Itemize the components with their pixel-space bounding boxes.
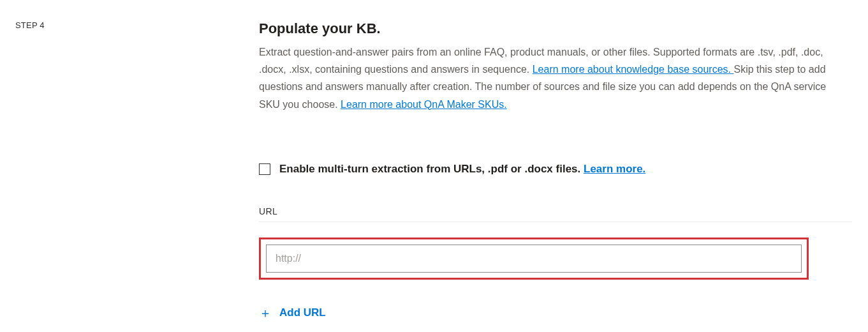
url-input[interactable]: [266, 245, 802, 273]
multiturn-row: Enable multi-turn extraction from URLs, …: [259, 163, 852, 176]
section-description: Extract question-and-answer pairs from a…: [259, 43, 833, 113]
add-url-label: Add URL: [279, 306, 326, 319]
url-divider: [259, 222, 852, 222]
multiturn-label-text: Enable multi-turn extraction from URLs, …: [279, 163, 584, 175]
url-header: URL: [259, 206, 852, 222]
multiturn-checkbox[interactable]: [259, 163, 270, 175]
multiturn-learn-more-link[interactable]: Learn more.: [584, 163, 645, 175]
plus-icon: ＋: [259, 306, 272, 319]
learn-more-kb-sources-link[interactable]: Learn more about knowledge base sources.: [533, 64, 734, 75]
multiturn-label: Enable multi-turn extraction from URLs, …: [279, 163, 645, 176]
learn-more-skus-link[interactable]: Learn more about QnA Maker SKUs.: [341, 99, 507, 110]
step-label: STEP 4: [15, 20, 259, 30]
section-title: Populate your KB.: [259, 20, 852, 37]
url-input-highlight: [259, 238, 809, 280]
add-url-button[interactable]: ＋ Add URL: [259, 306, 326, 319]
